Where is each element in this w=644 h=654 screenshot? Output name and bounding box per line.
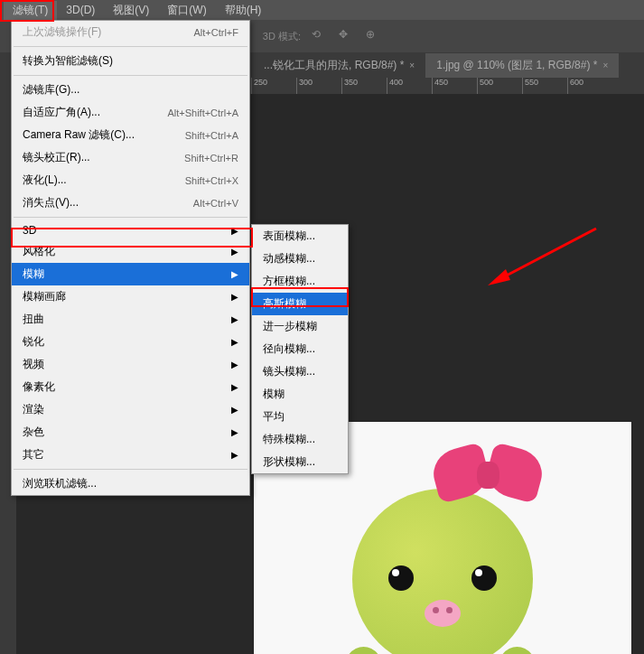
menu-label: 像素化 [23, 379, 55, 395]
chevron-right-icon: ▶ [231, 450, 238, 460]
menu-label: 自适应广角(A)... [23, 105, 100, 120]
menu-label: 转换为智能滤镜(S) [23, 53, 113, 69]
tab-label: ...锐化工具的用法, RGB/8#) * [264, 58, 404, 73]
ruler-mark: 500 [477, 78, 522, 94]
chevron-right-icon: ▶ [231, 405, 238, 415]
separator [14, 217, 247, 218]
chevron-right-icon: ▶ [231, 337, 238, 347]
tab-doc2[interactable]: 1.jpg @ 110% (图层 1, RGB/8#) * × [425, 53, 619, 78]
menu-label: 锐化 [23, 334, 44, 350]
menu-blur-gallery[interactable]: 模糊画廊 ▶ [12, 285, 249, 308]
menubar: 滤镜(T) 3D(D) 视图(V) 窗口(W) 帮助(H) [0, 0, 644, 20]
chevron-right-icon: ▶ [231, 382, 238, 392]
menu-label: 浏览联机滤镜... [23, 476, 97, 491]
menu-blur[interactable]: 模糊 ▶ [12, 263, 249, 285]
separator [14, 469, 247, 470]
menu-shortcut: Shift+Ctrl+X [185, 175, 238, 186]
plush-toy-image [325, 439, 560, 654]
ruler-mark: 300 [296, 78, 341, 94]
chevron-right-icon: ▶ [231, 247, 238, 257]
chevron-right-icon: ▶ [231, 226, 238, 236]
submenu-shape-blur[interactable]: 形状模糊... [252, 451, 348, 473]
menu-label: 镜头校正(R)... [23, 150, 90, 165]
menu-label: Camera Raw 滤镜(C)... [23, 127, 135, 143]
menu-liquify[interactable]: 液化(L)... Shift+Ctrl+X [12, 169, 249, 192]
menu-shortcut: Alt+Ctrl+F [193, 27, 238, 38]
roll-icon[interactable]: ⊕ [366, 28, 382, 44]
menu-label: 滤镜库(G)... [23, 82, 79, 98]
menu-label: 渲染 [23, 402, 44, 417]
chevron-right-icon: ▶ [231, 314, 238, 324]
submenu-surface-blur[interactable]: 表面模糊... [252, 225, 348, 248]
menu-label: 其它 [23, 447, 44, 462]
menu-label: 扭曲 [23, 312, 44, 327]
submenu-smart-blur[interactable]: 特殊模糊... [252, 428, 348, 451]
menu-adaptive-wide[interactable]: 自适应广角(A)... Alt+Shift+Ctrl+A [12, 101, 249, 124]
ruler-mark: 350 [341, 78, 387, 94]
menu-label: 3D [23, 224, 36, 237]
menu-label: 杂色 [23, 425, 44, 440]
submenu-motion-blur[interactable]: 动感模糊... [252, 248, 348, 270]
menu-camera-raw[interactable]: Camera Raw 滤镜(C)... Shift+Ctrl+A [12, 124, 249, 146]
menu-last-filter[interactable]: 上次滤镜操作(F) Alt+Ctrl+F [12, 21, 249, 43]
menu-noise[interactable]: 杂色 ▶ [12, 421, 249, 444]
menu-video[interactable]: 视频 ▶ [12, 353, 249, 376]
tab-doc1[interactable]: ...锐化工具的用法, RGB/8#) * × [253, 53, 425, 78]
pan-icon[interactable]: ✥ [339, 28, 355, 44]
menu-shortcut: Shift+Ctrl+A [185, 130, 238, 141]
mode-3d-label: 3D 模式: [263, 30, 301, 43]
tab-label: 1.jpg @ 110% (图层 1, RGB/8#) * [436, 58, 597, 73]
submenu-blur[interactable]: 模糊 [252, 383, 348, 406]
close-icon[interactable]: × [602, 61, 608, 70]
menu-label: 液化(L)... [23, 173, 67, 188]
menu-sharpen[interactable]: 锐化 ▶ [12, 331, 249, 353]
blur-submenu: 表面模糊... 动感模糊... 方框模糊... 高斯模糊... 进一步模糊 径向… [251, 224, 349, 474]
submenu-box-blur[interactable]: 方框模糊... [252, 270, 348, 293]
menu-help[interactable]: 帮助(H) [216, 1, 271, 20]
menu-shortcut: Alt+Ctrl+V [193, 198, 238, 209]
separator [14, 75, 247, 76]
orbit-icon[interactable]: ⟲ [312, 28, 328, 44]
submenu-lens-blur[interactable]: 镜头模糊... [252, 360, 348, 383]
menu-shortcut: Alt+Shift+Ctrl+A [167, 107, 238, 118]
menu-smart-filter[interactable]: 转换为智能滤镜(S) [12, 50, 249, 72]
menu-browse-online[interactable]: 浏览联机滤镜... [12, 472, 249, 495]
submenu-blur-more[interactable]: 进一步模糊 [252, 315, 348, 338]
menu-label: 模糊 [23, 266, 44, 282]
menu-label: 模糊画廊 [23, 289, 66, 304]
ruler-mark: 400 [387, 78, 432, 94]
menu-3d[interactable]: 3D(D) [57, 2, 104, 18]
menu-label: 视频 [23, 357, 44, 372]
close-icon[interactable]: × [409, 61, 415, 70]
menu-filter[interactable]: 滤镜(T) [4, 1, 57, 20]
chevron-right-icon: ▶ [231, 269, 238, 279]
menu-view[interactable]: 视图(V) [104, 1, 158, 20]
chevron-right-icon: ▶ [231, 360, 238, 369]
menu-other[interactable]: 其它 ▶ [12, 444, 249, 466]
ruler-mark: 250 [251, 78, 296, 94]
menu-stylize[interactable]: 风格化 ▶ [12, 240, 249, 263]
menu-window[interactable]: 窗口(W) [158, 1, 215, 20]
menu-vanishing-point[interactable]: 消失点(V)... Alt+Ctrl+V [12, 192, 249, 214]
menu-label: 上次滤镜操作(F) [23, 24, 101, 40]
chevron-right-icon: ▶ [231, 427, 238, 437]
menu-pixelate[interactable]: 像素化 ▶ [12, 376, 249, 398]
chevron-right-icon: ▶ [231, 292, 238, 302]
submenu-average[interactable]: 平均 [252, 406, 348, 428]
ruler-mark: 550 [522, 78, 567, 94]
filter-menu: 上次滤镜操作(F) Alt+Ctrl+F 转换为智能滤镜(S) 滤镜库(G)..… [11, 20, 250, 496]
ruler-mark: 600 [567, 78, 612, 94]
submenu-gaussian-blur[interactable]: 高斯模糊... [252, 293, 348, 315]
menu-3d-sub[interactable]: 3D ▶ [12, 220, 249, 240]
menu-distort[interactable]: 扭曲 ▶ [12, 308, 249, 331]
menu-label: 风格化 [23, 244, 55, 259]
menu-filter-gallery[interactable]: 滤镜库(G)... [12, 79, 249, 101]
menu-shortcut: Shift+Ctrl+R [184, 153, 238, 164]
separator [14, 46, 247, 47]
menu-label: 消失点(V)... [23, 195, 79, 210]
menu-lens-correction[interactable]: 镜头校正(R)... Shift+Ctrl+R [12, 146, 249, 169]
menu-render[interactable]: 渲染 ▶ [12, 398, 249, 421]
ruler-mark: 450 [432, 78, 477, 94]
submenu-radial-blur[interactable]: 径向模糊... [252, 338, 348, 360]
